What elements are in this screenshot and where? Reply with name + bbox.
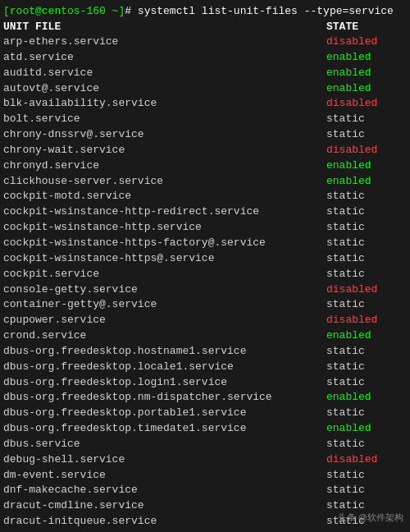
table-row: dbus-org.freedesktop.login1.servicestati… [3,375,407,391]
service-state: disabled [326,282,400,298]
service-name: cockpit-wsinstance-http.service [3,220,326,236]
table-row: atd.serviceenabled [3,50,407,66]
service-state: static [326,127,400,143]
table-row: arp-ethers.servicedisabled [3,34,407,50]
service-name: console-getty.service [3,282,326,298]
table-row: chrony-dnssrv@.servicestatic [3,127,407,143]
service-name: dracut-initqueue.service [3,514,326,530]
service-state: static [326,251,400,267]
table-row: clickhouse-server.serviceenabled [3,174,407,190]
service-state: static [326,267,400,282]
service-name: chronyd.service [3,158,326,174]
table-row: dbus-org.freedesktop.locale1.servicestat… [3,360,407,375]
table-row: cockpit-wsinstance-http.servicestatic [3,220,407,236]
service-name: dbus.service [3,437,326,452]
prompt-user: [root@centos-160 ~] [3,5,125,17]
service-state: enabled [326,81,400,97]
service-name: arp-ethers.service [3,34,326,50]
service-name: clickhouse-server.service [3,174,326,190]
service-state: disabled [326,34,400,50]
service-name: cockpit-wsinstance-https-factory@.servic… [3,236,326,251]
terminal-window: [root@centos-160 ~]# systemctl list-unit… [0,0,410,532]
service-state: static [326,483,400,498]
table-row: dnf-makecache.servicestatic [3,483,407,498]
table-row: autovt@.serviceenabled [3,81,407,97]
service-state: disabled [326,313,400,328]
service-state: enabled [326,66,400,81]
service-state: static [326,204,400,220]
service-name: cockpit-motd.service [3,189,326,204]
service-state: enabled [326,158,400,174]
service-name: debug-shell.service [3,452,326,468]
table-row: cockpit.servicestatic [3,267,407,282]
service-name: bolt.service [3,112,326,127]
service-name: cockpit.service [3,267,326,282]
service-state: static [326,112,400,127]
prompt-symbol: # [125,5,131,17]
service-name: dracut-cmdline.service [3,498,326,514]
service-name: dm-event.service [3,468,326,484]
service-list: arp-ethers.servicedisabledatd.serviceena… [3,34,407,532]
table-row: chrony-wait.servicedisabled [3,143,407,158]
service-name: cockpit-wsinstance-http-redirect.service [3,204,326,220]
service-state: disabled [326,452,400,468]
service-name: auditd.service [3,66,326,81]
table-row: container-getty@.servicestatic [3,297,407,313]
service-name: cpupower.service [3,313,326,328]
table-row: crond.serviceenabled [3,328,407,344]
service-name: dbus-org.freedesktop.login1.service [3,375,326,391]
service-name: autovt@.service [3,81,326,97]
table-row: cockpit-wsinstance-https@.servicestatic [3,251,407,267]
service-state: static [326,189,400,204]
table-row: dbus-org.freedesktop.hostname1.servicest… [3,344,407,360]
service-name: chrony-dnssrv@.service [3,127,326,143]
service-state: enabled [326,421,400,437]
service-state: static [326,236,400,251]
service-name: blk-availability.service [3,96,326,112]
table-header: UNIT FILE STATE [3,21,407,33]
prompt-command: systemctl list-unit-files --type=service [131,5,394,17]
service-state: enabled [326,50,400,66]
table-row: dbus.servicestatic [3,437,407,452]
table-row: cockpit-motd.servicestatic [3,189,407,204]
service-state: disabled [326,143,400,158]
col-unit-header: UNIT FILE [3,21,61,33]
service-state: static [326,297,400,313]
service-state: disabled [326,96,400,112]
service-name: dbus-org.freedesktop.timedate1.service [3,421,326,437]
service-state: enabled [326,390,400,406]
table-row: dbus-org.freedesktop.nm-dispatcher.servi… [3,390,407,406]
service-state: enabled [326,174,400,190]
service-name: dnf-makecache.service [3,483,326,498]
prompt-line: [root@centos-160 ~]# systemctl list-unit… [3,5,407,17]
service-state: static [326,468,400,484]
table-row: dbus-org.freedesktop.timedate1.serviceen… [3,421,407,437]
table-row: dbus-org.freedesktop.portable1.servicest… [3,406,407,421]
table-row: dm-event.servicestatic [3,468,407,484]
service-name: chrony-wait.service [3,143,326,158]
table-row: bolt.servicestatic [3,112,407,127]
service-name: crond.service [3,328,326,344]
service-name: dbus-org.freedesktop.hostname1.service [3,344,326,360]
service-name: atd.service [3,50,326,66]
watermark: 头条 @软件架构 [338,511,403,524]
service-state: static [326,406,400,421]
service-state: static [326,375,400,391]
table-row: blk-availability.servicedisabled [3,96,407,112]
table-row: chronyd.serviceenabled [3,158,407,174]
service-name: dbus-org.freedesktop.nm-dispatcher.servi… [3,390,326,406]
service-name: dbus-org.freedesktop.locale1.service [3,360,326,375]
service-state: static [326,220,400,236]
col-state-header: STATE [326,21,400,33]
service-state: static [326,344,400,360]
service-name: cockpit-wsinstance-https@.service [3,251,326,267]
service-state: static [326,437,400,452]
table-row: cockpit-wsinstance-http-redirect.service… [3,204,407,220]
table-row: auditd.serviceenabled [3,66,407,81]
table-row: debug-shell.servicedisabled [3,452,407,468]
table-row: cockpit-wsinstance-https-factory@.servic… [3,236,407,251]
service-name: container-getty@.service [3,297,326,313]
service-state: enabled [326,328,400,344]
table-row: console-getty.servicedisabled [3,282,407,298]
service-state: static [326,360,400,375]
